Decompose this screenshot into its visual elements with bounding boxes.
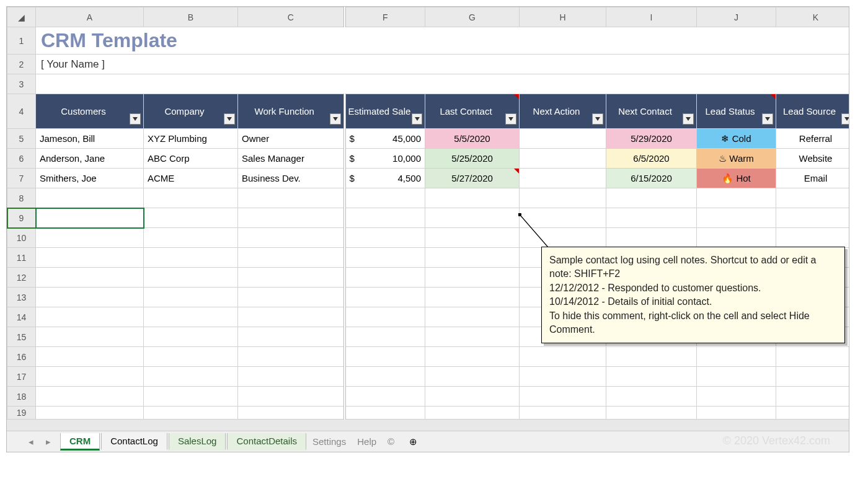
cell[interactable] [144,248,238,268]
cell-company[interactable]: XYZ Plumbing [144,129,238,149]
hdr-source[interactable]: Lead Source [776,94,850,129]
row-19[interactable]: 19 [7,407,36,420]
cell[interactable] [238,288,345,307]
hdr-customers[interactable]: Customers [36,94,144,129]
cell[interactable] [238,367,345,387]
cell-name[interactable]: Anderson, Jane [36,149,144,169]
cell-last[interactable]: 5/25/2020 [425,149,520,169]
tab-settings[interactable]: Settings [308,434,351,449]
cell[interactable] [238,347,345,367]
cell-work[interactable]: Business Dev. [238,169,345,188]
cell[interactable] [36,407,144,420]
cell[interactable] [238,387,345,407]
cell[interactable] [776,188,850,208]
cell[interactable] [345,327,425,347]
cell-next-contact[interactable]: 6/5/2020 [606,149,697,169]
cell[interactable] [345,268,425,288]
row-17[interactable]: 17 [7,367,36,387]
cell[interactable] [345,347,425,367]
cell[interactable] [345,228,425,248]
cell[interactable] [36,387,144,407]
cell[interactable] [425,327,520,347]
cell[interactable] [776,208,850,228]
cell[interactable] [425,288,520,307]
filter-customers[interactable] [130,113,141,125]
tab-contactdetails[interactable]: ContactDetails [227,433,306,451]
cell[interactable] [425,347,520,367]
cell[interactable] [144,367,238,387]
page-title[interactable]: CRM Template [36,27,850,55]
row-14[interactable]: 14 [7,307,36,327]
tab-nav-next[interactable]: ▸ [43,436,54,447]
row-1[interactable]: 1 [7,27,36,55]
row-12[interactable]: 12 [7,268,36,288]
cell[interactable] [36,367,144,387]
select-all-corner[interactable]: ◢ [7,7,36,27]
tab-add[interactable]: ⊕ [401,434,426,450]
cell[interactable] [520,347,606,367]
cell[interactable] [697,228,776,248]
cell[interactable] [425,367,520,387]
cell[interactable] [697,387,776,407]
cell[interactable] [425,228,520,248]
cell-est[interactable]: $4,500 [345,169,425,188]
cell-source[interactable]: Email [776,169,850,188]
row-4[interactable]: 4 [7,94,36,129]
col-A[interactable]: A [36,7,144,27]
cell[interactable] [520,208,606,228]
hdr-work[interactable]: Work Function [238,94,345,129]
cell[interactable] [606,367,697,387]
cell[interactable] [36,188,144,208]
row-13[interactable]: 13 [7,288,36,307]
cell[interactable] [520,407,606,420]
cell[interactable] [776,367,850,387]
cell[interactable] [238,407,345,420]
cell[interactable] [520,228,606,248]
filter-next-action[interactable] [592,113,603,125]
filter-last[interactable] [505,113,516,125]
col-K[interactable]: K [776,7,850,27]
filter-source[interactable] [841,113,849,125]
row-8[interactable]: 8 [7,188,36,208]
cell[interactable] [36,327,144,347]
cell-next-action[interactable] [520,149,606,169]
cell[interactable] [345,367,425,387]
row-5[interactable]: 5 [7,129,36,149]
cell[interactable] [144,327,238,347]
cell[interactable] [776,387,850,407]
empty-row[interactable] [36,74,850,94]
row-18[interactable]: 18 [7,387,36,407]
row-6[interactable]: 6 [7,149,36,169]
cell[interactable] [238,307,345,327]
col-H[interactable]: H [520,7,606,27]
cell[interactable] [520,387,606,407]
cell[interactable] [144,307,238,327]
row-15[interactable]: 15 [7,327,36,347]
tab-help[interactable]: Help [352,434,381,449]
cell[interactable] [425,307,520,327]
cell[interactable] [345,288,425,307]
cell[interactable] [697,188,776,208]
cell[interactable] [144,288,238,307]
cell[interactable] [520,188,606,208]
cell[interactable] [606,387,697,407]
cell[interactable] [425,248,520,268]
h-scrollbar[interactable] [7,420,849,431]
cell-last[interactable]: 5/5/2020 [425,129,520,149]
cell-company[interactable]: ABC Corp [144,149,238,169]
cell[interactable] [144,407,238,420]
tab-nav-prev[interactable]: ◂ [25,436,37,447]
cell-company[interactable]: ACME [144,169,238,188]
cell[interactable] [606,208,697,228]
cell[interactable] [36,347,144,367]
cell-last[interactable]: 5/27/2020 [425,169,520,188]
filter-next-contact[interactable] [683,113,694,125]
cell[interactable] [238,327,345,347]
row-11[interactable]: 11 [7,248,36,268]
cell-status[interactable]: ♨ Warm [697,149,776,169]
cell-source[interactable]: Referral [776,129,850,149]
cell[interactable] [345,208,425,228]
cell-next-action[interactable] [520,169,606,188]
cell-next-contact[interactable]: 6/15/2020 [606,169,697,188]
cell[interactable] [345,407,425,420]
